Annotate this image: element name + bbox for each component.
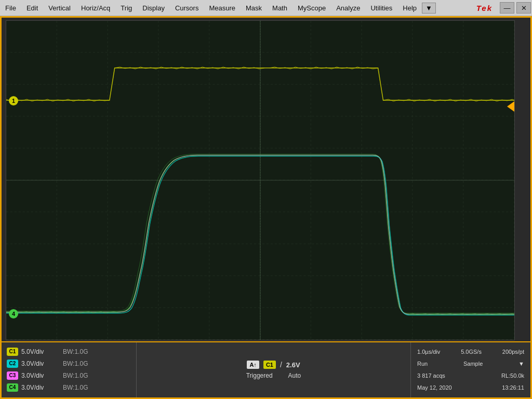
ch4-bw: BW:1.0G: [63, 384, 88, 391]
ch1-volt: 5.0V/div: [21, 348, 58, 355]
trigger-voltage: 2.6V: [286, 361, 300, 369]
ch4-volt: 3.0V/div: [21, 384, 58, 391]
ch4-badge[interactable]: C4: [7, 383, 18, 392]
acq-rl: RL:50.0k: [501, 373, 524, 379]
acq-run-state: Run: [417, 361, 428, 367]
menu-horiz-acq[interactable]: Horiz/Acq: [76, 2, 115, 14]
acq-count: 3 817 acqs: [417, 373, 445, 379]
menu-display[interactable]: Display: [137, 2, 170, 14]
menu-mask[interactable]: Mask: [241, 2, 267, 14]
trigger-mode-label: Auto: [288, 372, 301, 379]
ch2-volt: 3.0V/div: [21, 360, 58, 367]
menu-bar: File Edit Vertical Horiz/Acq Trig Displa…: [0, 0, 532, 16]
ch1-badge[interactable]: C1: [7, 348, 18, 356]
menu-measure[interactable]: Measure: [204, 2, 241, 14]
menu-file[interactable]: File: [0, 2, 21, 14]
trigger-badge: A↑: [247, 361, 259, 369]
ch1-bw: BW:1.0G: [63, 348, 88, 355]
ch1-label: 1: [9, 96, 18, 105]
ch2-badge[interactable]: C2: [7, 360, 18, 368]
menu-utilities[interactable]: Utilities: [365, 2, 397, 14]
menu-cursors[interactable]: Cursors: [170, 2, 204, 14]
acquisition-panel: 1.0µs/div 5.0GS/s 200ps/pt Run Sample ▼ …: [411, 342, 530, 397]
menu-dropdown[interactable]: ▼: [422, 3, 436, 14]
acq-timebase-row: 1.0µs/div 5.0GS/s 200ps/pt: [417, 345, 524, 357]
ch4-label: 4: [9, 309, 18, 318]
acq-date: May 12, 2020: [417, 384, 452, 391]
menu-edit[interactable]: Edit: [21, 2, 43, 14]
waveform-svg: [6, 21, 514, 340]
waveform-display: 1 4: [6, 20, 515, 340]
acq-date-row: May 12, 2020 13:26:11: [417, 381, 524, 393]
trigger-ch-badge: C1: [263, 361, 276, 369]
brand-logo: Tek: [470, 2, 499, 15]
ch3-bw: BW:1.0G: [63, 372, 88, 379]
acq-timebase: 1.0µs/div: [417, 349, 440, 355]
acq-sample-mode: Sample: [463, 361, 483, 367]
menu-vertical[interactable]: Vertical: [43, 2, 76, 14]
channel-info-panel: C1 5.0V/div BW:1.0G C2 3.0V/div BW:1.0G …: [2, 342, 137, 397]
acq-pts-div: 200ps/pt: [502, 349, 524, 355]
minimize-button[interactable]: —: [500, 2, 514, 14]
ch2-row: C2 3.0V/div BW:1.0G: [7, 357, 131, 369]
close-button[interactable]: ✕: [516, 2, 531, 14]
status-bar: C1 5.0V/div BW:1.0G C2 3.0V/div BW:1.0G …: [2, 341, 530, 397]
ch3-volt: 3.0V/div: [21, 372, 58, 379]
menu-analyze[interactable]: Analyze: [331, 2, 365, 14]
acq-time: 13:26:11: [502, 384, 524, 391]
ch4-row: C4 3.0V/div BW:1.0G: [7, 381, 131, 393]
acq-run-row: Run Sample ▼: [417, 357, 524, 369]
scope-frame: 1 4 C1 5.0V/div BW:1.0G C2 3.0V/div BW:1…: [0, 16, 532, 399]
menu-help[interactable]: Help: [397, 2, 422, 14]
acq-count-row: 3 817 acqs RL:50.0k: [417, 369, 524, 381]
menu-myscope[interactable]: MyScope: [292, 2, 331, 14]
ch2-bw: BW:1.0G: [63, 360, 88, 367]
trigger-section: A↑ C1 / 2.6V Triggered Auto: [137, 342, 411, 397]
ch3-row: C3 3.0V/div BW:1.0G: [7, 369, 131, 381]
trigger-arrow: [507, 101, 514, 112]
ch1-row: C1 5.0V/div BW:1.0G: [7, 345, 131, 357]
menu-trig[interactable]: Trig: [115, 2, 137, 14]
acq-sample-icon: ▼: [518, 361, 524, 367]
menu-math[interactable]: Math: [267, 2, 292, 14]
ch3-badge[interactable]: C3: [7, 371, 18, 380]
acq-sample-rate: 5.0GS/s: [461, 349, 482, 355]
trigger-status: Triggered Auto: [246, 372, 301, 379]
trigger-status-label: Triggered: [246, 372, 273, 379]
trigger-slope-icon: /: [280, 361, 282, 369]
trigger-info: A↑ C1 / 2.6V: [247, 361, 300, 369]
